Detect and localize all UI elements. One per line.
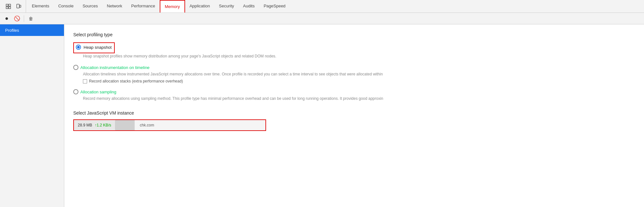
profile-option-allocation-sampling: Allocation sampling Record memory alloca…	[73, 89, 635, 101]
tab-memory[interactable]: Memory	[160, 0, 185, 13]
vm-size: 28.9 MB	[78, 123, 92, 127]
radio-allocation-timeline[interactable]	[73, 65, 78, 70]
tab-performance[interactable]: Performance	[127, 0, 159, 13]
main-layout: Profiles Select profiling type Heap snap…	[0, 24, 644, 207]
tab-pagespeed[interactable]: PageSpeed	[259, 0, 290, 13]
content-area: Select profiling type Heap snapshot Heap…	[64, 24, 644, 207]
inspect-element-button[interactable]	[4, 2, 13, 11]
vm-instance-row[interactable]: 28.9 MB ↑1.2 KB/s chk.com	[73, 119, 266, 131]
tab-elements[interactable]: Elements	[27, 0, 54, 13]
record-allocation-stacks-checkbox[interactable]	[83, 79, 87, 83]
svg-rect-5	[20, 5, 21, 7]
option-timeline-label[interactable]: Allocation instrumentation on timeline	[80, 65, 149, 70]
vm-section-title: Select JavaScript VM instance	[73, 110, 635, 116]
devtools-second-toolbar: ● 🚫 🗑	[0, 13, 644, 24]
tab-security[interactable]: Security	[214, 0, 238, 13]
vm-favicon	[115, 120, 135, 130]
checkbox-label: Record allocation stacks (extra performa…	[89, 79, 183, 83]
option-heap-desc: Heap snapshot profiles show memory distr…	[83, 53, 635, 59]
option-sampling-label[interactable]: Allocation sampling	[80, 90, 116, 94]
record-button[interactable]: ●	[3, 14, 11, 23]
sidebar-item-label: Profiles	[5, 28, 19, 33]
svg-rect-2	[6, 7, 8, 9]
svg-rect-1	[9, 4, 11, 6]
toolbar-separator	[24, 15, 24, 22]
tab-audits[interactable]: Audits	[238, 0, 259, 13]
svg-rect-0	[6, 4, 8, 6]
main-nav-tabs: Elements Console Sources Network Perform…	[26, 0, 290, 13]
option-timeline-desc: Allocation timelines show instrumented J…	[83, 71, 635, 77]
option-heap-header: Heap snapshot	[76, 45, 112, 50]
option-sampling-header: Allocation sampling	[73, 89, 635, 94]
device-toolbar-button[interactable]	[14, 2, 23, 11]
checkbox-row: Record allocation stacks (extra performa…	[83, 79, 635, 83]
stop-button[interactable]: 🚫	[13, 14, 21, 23]
vm-info: 28.9 MB ↑1.2 KB/s	[74, 120, 115, 130]
svg-rect-4	[17, 4, 19, 8]
option-timeline-wrap: Allocation instrumentation on timeline	[73, 65, 149, 70]
option-heap-label[interactable]: Heap snapshot	[84, 45, 112, 50]
profile-option-allocation-timeline: Allocation instrumentation on timeline A…	[73, 65, 635, 83]
toolbar-icon-group	[1, 0, 26, 13]
svg-rect-3	[9, 7, 11, 9]
radio-heap-snapshot[interactable]	[76, 45, 81, 50]
sidebar: Profiles	[0, 24, 64, 207]
clear-button[interactable]: 🗑	[27, 14, 35, 23]
option-sampling-wrap: Allocation sampling	[73, 89, 116, 94]
tab-sources[interactable]: Sources	[78, 0, 103, 13]
tab-application[interactable]: Application	[185, 0, 215, 13]
vm-url: chk.com	[135, 120, 159, 130]
profile-option-heap-snapshot: Heap snapshot Heap snapshot profiles sho…	[73, 42, 635, 59]
sidebar-item-profiles[interactable]: Profiles	[0, 24, 64, 36]
devtools-top-toolbar: Elements Console Sources Network Perform…	[0, 0, 644, 13]
select-profiling-title: Select profiling type	[73, 32, 635, 37]
tab-console[interactable]: Console	[54, 0, 78, 13]
vm-speed: ↑1.2 KB/s	[95, 123, 111, 127]
tab-network[interactable]: Network	[103, 0, 127, 13]
option-timeline-header: Allocation instrumentation on timeline	[73, 65, 635, 70]
radio-allocation-sampling[interactable]	[73, 89, 78, 94]
option-sampling-desc: Record memory allocations using sampling…	[83, 96, 635, 101]
